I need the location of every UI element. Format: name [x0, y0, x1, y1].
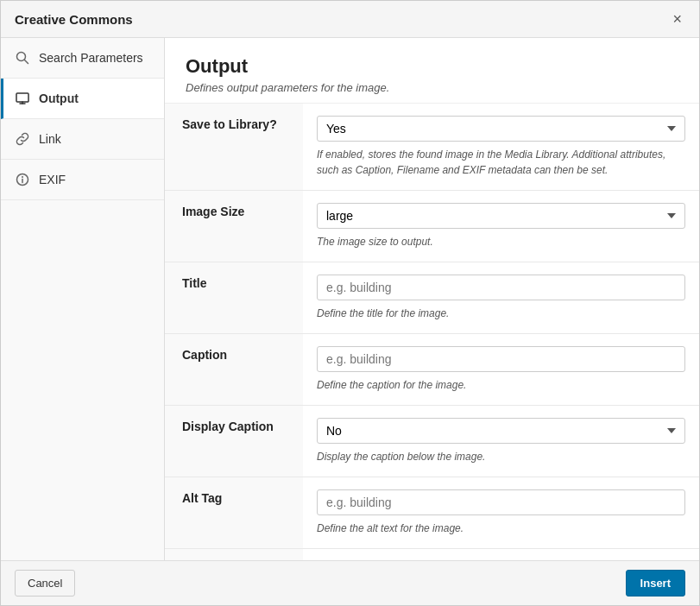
sidebar-item-output[interactable]: Output	[1, 79, 164, 119]
content-header: Output Defines output parameters for the…	[165, 38, 699, 104]
insert-button[interactable]: Insert	[626, 570, 685, 597]
content-title: Output	[186, 55, 678, 78]
exif-icon	[15, 172, 30, 187]
form-table: Save to Library? Yes No If enabled, stor…	[165, 104, 699, 560]
sidebar-label-output: Output	[39, 92, 79, 105]
link-icon	[15, 131, 30, 147]
input-cell-alt-tag: Define the alt text for the image.	[303, 477, 699, 549]
cancel-button[interactable]: Cancel	[15, 570, 75, 597]
input-title[interactable]	[317, 275, 685, 300]
hint-save-to-library: If enabled, stores the found image in th…	[317, 147, 685, 178]
sidebar-item-exif[interactable]: EXIF	[1, 160, 164, 200]
input-cell-save-to-library: Yes No If enabled, stores the found imag…	[303, 104, 699, 191]
modal-body: Search Parameters Output	[1, 38, 699, 560]
form-row-caption: Caption Define the caption for the image…	[165, 334, 699, 406]
sidebar-label-link: Link	[39, 132, 61, 146]
label-image-size: Image Size	[165, 191, 303, 262]
sidebar-label-search-parameters: Search Parameters	[39, 51, 143, 65]
label-title: Title	[165, 262, 303, 334]
modal-title: Creative Commons	[15, 12, 133, 27]
label-description: Description	[165, 549, 303, 561]
input-cell-description	[303, 549, 699, 561]
form-row-description: Description	[165, 549, 699, 561]
input-caption[interactable]	[317, 346, 685, 372]
sidebar-item-search-parameters[interactable]: Search Parameters	[1, 38, 164, 79]
svg-rect-2	[16, 93, 28, 102]
label-save-to-library: Save to Library?	[165, 104, 303, 191]
hint-image-size: The image size to output.	[317, 234, 685, 249]
svg-line-1	[25, 60, 28, 64]
label-caption: Caption	[165, 334, 303, 406]
content-area: Output Defines output parameters for the…	[165, 38, 699, 560]
sidebar: Search Parameters Output	[1, 38, 165, 560]
sidebar-label-exif: EXIF	[39, 173, 66, 186]
select-display-caption[interactable]: No Yes	[317, 418, 685, 444]
hint-caption: Define the caption for the image.	[317, 377, 685, 393]
modal-header: Creative Commons ×	[1, 1, 699, 38]
hint-display-caption: Display the caption below the image.	[317, 449, 685, 464]
sidebar-item-link[interactable]: Link	[1, 119, 164, 160]
form-row-display-caption: Display Caption No Yes Display the capti…	[165, 406, 699, 477]
form-row-save-to-library: Save to Library? Yes No If enabled, stor…	[165, 104, 699, 191]
select-image-size[interactable]: large medium small thumbnail full	[317, 203, 685, 229]
output-icon	[15, 91, 30, 106]
hint-alt-tag: Define the alt text for the image.	[317, 521, 685, 536]
hint-title: Define the title for the image.	[317, 306, 685, 321]
form-row-image-size: Image Size large medium small thumbnail …	[165, 191, 699, 262]
select-save-to-library[interactable]: Yes No	[317, 116, 685, 142]
label-display-caption: Display Caption	[165, 406, 303, 477]
input-cell-image-size: large medium small thumbnail full The im…	[303, 191, 699, 262]
search-icon	[15, 50, 30, 66]
modal-footer: Cancel Insert	[1, 560, 699, 605]
form-row-title: Title Define the title for the image.	[165, 262, 699, 334]
content-subtitle: Defines output parameters for the image.	[186, 81, 678, 94]
input-cell-caption: Define the caption for the image.	[303, 334, 699, 406]
form-row-alt-tag: Alt Tag Define the alt text for the imag…	[165, 477, 699, 549]
close-button[interactable]: ×	[669, 9, 685, 28]
input-alt-tag[interactable]	[317, 489, 685, 515]
svg-point-6	[22, 176, 23, 178]
input-cell-title: Define the title for the image.	[303, 262, 699, 334]
label-alt-tag: Alt Tag	[165, 477, 303, 549]
modal-dialog: Creative Commons × Search Parameters	[0, 0, 700, 606]
input-cell-display-caption: No Yes Display the caption below the ima…	[303, 406, 699, 477]
